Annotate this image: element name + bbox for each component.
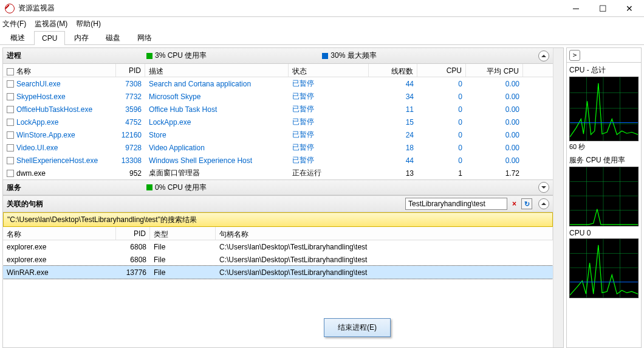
processes-header: 名称 PID 描述 状态 线程数 CPU 平均 CPU xyxy=(3,64,553,77)
tab-overview[interactable]: 概述 xyxy=(2,30,33,46)
menu-bar: 文件(F) 监视器(M) 帮助(H) xyxy=(0,17,644,30)
col-avg[interactable]: 平均 CPU xyxy=(466,64,523,77)
hcol-pid[interactable]: PID xyxy=(116,227,150,240)
services-section-header[interactable]: 服务 0% CPU 使用率 xyxy=(3,179,553,195)
chart-cpu-subtext: 60 秒 xyxy=(569,141,639,153)
processes-list[interactable]: SearchUI.exe7308Search and Cortana appli… xyxy=(3,77,553,179)
col-pid[interactable]: PID xyxy=(116,64,145,77)
process-row[interactable]: OfficeHubTaskHost.exe3596Office Hub Task… xyxy=(3,103,553,116)
context-menu: 结束进程(E) xyxy=(324,318,391,337)
process-row[interactable]: WinStore.App.exe12160Store已暂停2400.00 xyxy=(3,128,553,141)
col-cpu[interactable]: CPU xyxy=(417,64,466,77)
process-row[interactable]: LockApp.exe4752LockApp.exe已暂停1500.00 xyxy=(3,116,553,128)
menu-help[interactable]: 帮助(H) xyxy=(76,19,101,29)
processes-section-header[interactable]: 进程 3% CPU 使用率 30% 最大频率 xyxy=(3,48,553,64)
menu-file[interactable]: 文件(F) xyxy=(2,19,26,29)
process-row[interactable]: SkypeHost.exe7732Microsoft Skype已暂停3400.… xyxy=(3,90,553,103)
side-panel: > CPU - 总计 60 秒 服务 CPU 使用率 xyxy=(566,47,642,348)
services-title: 服务 xyxy=(7,183,140,193)
col-status[interactable]: 状态 xyxy=(289,64,369,77)
search-results-bar: "C:\Users\lan\Desktop\TestLibraryhandlin… xyxy=(3,212,553,227)
refresh-search-button[interactable]: ↻ xyxy=(521,198,532,209)
main-scrollbar[interactable] xyxy=(553,48,563,347)
tab-bar: 概述 CPU 内存 磁盘 网络 xyxy=(0,30,644,45)
chart-services xyxy=(569,167,639,226)
handle-row[interactable]: WinRAR.exe13776FileC:\Users\lan\Desktop\… xyxy=(3,266,553,279)
col-threads[interactable]: 线程数 xyxy=(369,64,417,77)
process-row[interactable]: ShellExperienceHost.exe13308Windows Shel… xyxy=(3,154,553,167)
side-expand-button[interactable]: > xyxy=(569,50,580,61)
hcol-handle[interactable]: 句柄名称 xyxy=(216,227,553,240)
hcol-name[interactable]: 名称 xyxy=(3,227,116,240)
collapse-processes-button[interactable] xyxy=(538,50,549,61)
handle-row[interactable]: explorer.exe6808FileC:\Users\lan\Desktop… xyxy=(3,240,553,253)
handles-title: 关联的句柄 xyxy=(7,199,43,209)
handles-list[interactable]: explorer.exe6808FileC:\Users\lan\Desktop… xyxy=(3,240,553,347)
chart-services-title: 服务 CPU 使用率 xyxy=(569,154,639,167)
menu-monitor[interactable]: 监视器(M) xyxy=(35,19,67,29)
col-desc[interactable]: 描述 xyxy=(145,64,289,77)
handles-header: 名称 PID 类型 句柄名称 xyxy=(3,227,553,240)
cpu-legend: 3% CPU 使用率 xyxy=(146,50,207,61)
expand-services-button[interactable] xyxy=(538,182,549,193)
menu-end-process[interactable]: 结束进程(E) xyxy=(338,322,377,333)
tab-disk[interactable]: 磁盘 xyxy=(98,30,128,46)
close-button[interactable]: ✕ xyxy=(616,0,643,17)
handles-search-input[interactable] xyxy=(405,198,507,210)
process-row[interactable]: SearchUI.exe7308Search and Cortana appli… xyxy=(3,77,553,90)
chart-cpu-total-title: CPU - 总计 xyxy=(569,64,639,77)
process-row[interactable]: dwm.exe952桌面窗口管理器正在运行1311.72 xyxy=(3,167,553,179)
app-icon xyxy=(5,4,15,13)
clear-search-icon[interactable]: × xyxy=(510,200,519,208)
tab-cpu[interactable]: CPU xyxy=(34,31,65,45)
collapse-handles-button[interactable] xyxy=(538,198,549,209)
window-title: 资源监视器 xyxy=(18,3,563,13)
handle-row[interactable]: explorer.exe6808FileC:\Users\lan\Desktop… xyxy=(3,253,553,266)
chart-cpu0 xyxy=(569,238,639,298)
tab-memory[interactable]: 内存 xyxy=(66,30,97,46)
tab-network[interactable]: 网络 xyxy=(129,30,160,46)
process-row[interactable]: Video.UI.exe9728Video Application已暂停1800… xyxy=(3,141,553,154)
processes-title: 进程 xyxy=(7,50,140,61)
title-bar: 资源监视器 ─ ☐ ✕ xyxy=(0,0,644,17)
chart-cpu0-title: CPU 0 xyxy=(569,228,639,238)
minimize-button[interactable]: ─ xyxy=(563,0,589,17)
chart-cpu-total xyxy=(569,77,639,141)
maximize-button[interactable]: ☐ xyxy=(589,0,616,17)
freq-legend: 30% 最大频率 xyxy=(322,50,376,61)
handles-section-header[interactable]: 关联的句柄 × ↻ xyxy=(3,195,553,212)
hcol-type[interactable]: 类型 xyxy=(150,227,216,240)
col-name[interactable]: 名称 xyxy=(3,64,116,77)
services-legend: 0% CPU 使用率 xyxy=(146,183,207,193)
